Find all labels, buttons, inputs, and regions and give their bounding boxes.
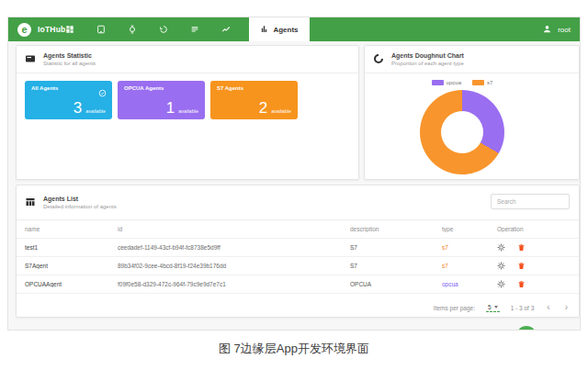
user-name: root [558,26,571,34]
figure-caption: 图 7边缘层App开发环境界面 [0,341,588,357]
tablet-icon[interactable] [96,25,106,34]
legend-item-opcua: opcua [432,80,461,85]
user-menu[interactable]: root [542,17,571,41]
agent-id: f09f0e58-d329-472c-964f-79c9e9d7e7c1 [118,281,350,287]
check-circle-icon [98,84,107,101]
brand-logo-icon[interactable]: e [17,23,31,37]
agent-description: OPCUA [350,281,442,287]
table-row[interactable]: test1 ceedadef-1149-43cf-b94f-fc8738e5d9… [17,239,579,257]
settings-icon[interactable] [497,262,505,270]
navbar-menu [65,17,231,41]
list-icon[interactable] [190,25,199,34]
agent-type: opcua [442,281,497,287]
account-icon [542,24,552,36]
delete-icon[interactable] [517,262,526,270]
delete-icon[interactable] [517,243,526,252]
doughnut-chart [420,90,504,174]
panel-subtitle: Proportion of each agent type [391,61,464,68]
panel-subtitle: Detailed information of agents [43,204,117,211]
col-operation: Operation [497,226,579,232]
col-name: name [25,226,118,232]
agents-table: name id description type Operation test1… [17,220,579,294]
card-reader-icon [25,51,36,68]
settings-icon[interactable] [497,280,505,288]
stat-card-opcua-agents: OPCUA Agents 1available [118,81,205,119]
stat-card-all-agents: All Agents 3available [25,81,112,119]
brand-title: IoTHub [38,25,65,34]
stat-card-value: 3 [74,100,82,116]
panel-title: Agents Statistic [43,51,96,61]
col-description: description [350,226,442,232]
table-row[interactable]: OPCUAAgent f09f0e58-d329-472c-964f-79c9e… [17,275,579,294]
history-icon[interactable] [159,25,168,34]
fab-button[interactable] [516,326,537,331]
stat-card-s7-agents: S7 Agents 2available [210,81,298,119]
agent-name: S7Agent [25,263,118,269]
watch-icon[interactable] [128,25,137,34]
agent-description: S7 [350,244,442,251]
stat-card-label: S7 Agents [217,85,291,91]
equalizer-icon [260,25,268,35]
legend-swatch [472,80,484,85]
stat-card-unit: available [178,108,198,114]
agents-statistic-panel: Agents Statistic Statistic for all agent… [16,45,359,180]
stat-card-unit: available [85,108,106,114]
agents-statistic-header: Agents Statistic Statistic for all agent… [17,46,358,73]
table-icon [25,195,36,211]
agent-description: S7 [350,263,442,269]
next-page-button[interactable]: › [563,303,570,312]
table-row[interactable]: S7Agent 89b34f02-9cee-4bcd-8f19-f24e39b1… [17,257,579,275]
delete-icon[interactable] [517,280,526,288]
col-type: type [442,226,497,232]
chevron-down-icon [494,306,498,308]
agent-name: test1 [25,244,118,251]
col-id: id [118,226,350,232]
items-per-page-select[interactable]: 5 [486,304,500,312]
agent-id: 89b34f02-9cee-4bcd-8f19-f24e39b176dd [118,263,350,269]
page-range-label: 1 - 3 of 3 [511,305,535,311]
panel-title: Agents Doughnut Chart [391,51,464,61]
panel-subtitle: Statistic for all agents [43,61,96,68]
stat-card-value: 2 [259,100,267,116]
trend-icon[interactable] [221,25,231,34]
pagination: Items per page: 5 1 - 3 of 3 ‹ › [434,303,570,312]
search-input[interactable] [491,194,570,209]
chart-legend: opcua s7 [365,80,560,85]
stat-card-label: All Agents [31,85,106,91]
doughnut-icon [373,51,384,68]
table-header-row: name id description type Operation [17,220,579,239]
legend-label: s7 [487,80,492,85]
agent-name: OPCUAAgent [25,281,118,287]
panel-title: Agents List [43,195,117,204]
tab-agents[interactable]: Agents [249,17,310,41]
agent-type: s7 [442,244,497,251]
stat-cards: All Agents 3available OPCUA Agents 1avai… [25,81,298,119]
legend-item-s7: s7 [472,80,492,85]
agent-type: s7 [442,263,497,269]
legend-label: opcua [447,80,461,85]
items-per-page-label: Items per page: [434,305,475,311]
agents-doughnut-header: Agents Doughnut Chart Proportion of each… [365,46,579,73]
settings-icon[interactable] [497,243,505,252]
stat-card-unit: available [271,108,291,114]
prev-page-button[interactable]: ‹ [545,303,551,312]
agent-id: ceedadef-1149-43cf-b94f-fc8738e5d9ff [118,244,350,251]
tab-agents-label: Agents [273,26,298,34]
stat-card-label: OPCUA Agents [124,85,198,91]
agents-doughnut-panel: Agents Doughnut Chart Proportion of each… [364,45,580,180]
dashboard-icon[interactable] [65,25,74,34]
top-navbar: e IoTHub Agents root [8,17,580,41]
stat-card-value: 1 [166,100,175,116]
app-window: e IoTHub Agents root Agents Statistic St… [7,17,581,331]
agents-list-panel: Agents List Detailed information of agen… [16,185,580,318]
legend-swatch [432,80,444,85]
